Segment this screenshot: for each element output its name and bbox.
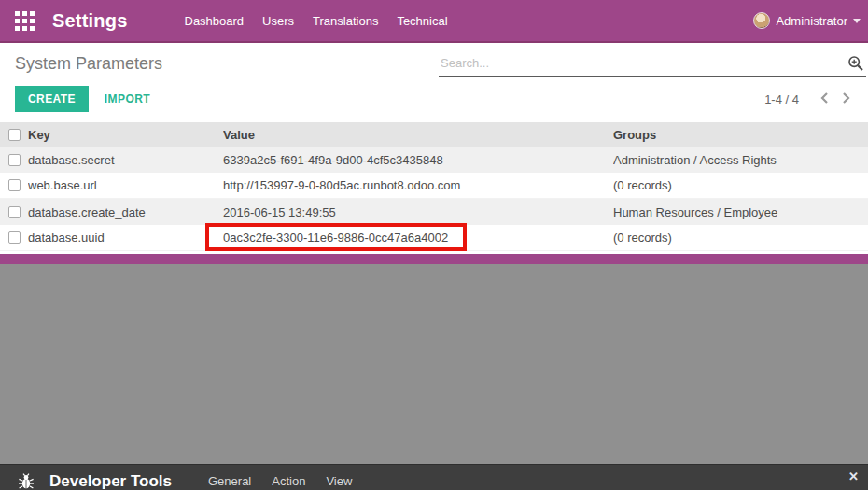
row-groups: (0 records): [613, 178, 868, 192]
chevron-left-icon: [819, 91, 830, 105]
menu-item-users[interactable]: Users: [253, 1, 303, 41]
table-row[interactable]: web.base.url http://153997-9-0-80d5ac.ru…: [0, 173, 868, 199]
apps-menu-icon[interactable]: [15, 11, 35, 31]
user-menu[interactable]: Administrator: [753, 12, 868, 29]
chevron-right-icon: [841, 91, 851, 105]
pager-range: 1-4 / 4: [764, 92, 799, 106]
row-checkbox[interactable]: [8, 206, 21, 218]
brand-strip: [0, 254, 868, 264]
page-title: System Parameters: [15, 54, 162, 74]
row-key: database.uuid: [28, 231, 223, 245]
table-row[interactable]: database.secret 6339a2c5-f691-4f9a-9d00-…: [0, 147, 868, 173]
devtools-menu: General Action View: [198, 467, 362, 490]
row-value: 6339a2c5-f691-4f9a-9d00-4cf5c3435848: [223, 153, 613, 167]
pager: 1-4 / 4: [764, 90, 857, 109]
devtools-menu-action[interactable]: Action: [261, 467, 315, 490]
menu-item-technical[interactable]: Technical: [387, 1, 456, 41]
bug-icon: [17, 472, 35, 490]
devtools-close-icon[interactable]: ✕: [848, 469, 859, 483]
import-button[interactable]: IMPORT: [105, 92, 150, 105]
action-buttons: CREATE IMPORT: [15, 86, 150, 112]
column-header-groups[interactable]: Groups: [613, 128, 868, 142]
row-value: 2016-06-15 13:49:55: [223, 205, 613, 219]
row-groups: Administration / Access Rights: [613, 153, 868, 167]
row-key: web.base.url: [28, 178, 223, 192]
row-value: http://153997-9-0-80d5ac.runbot8.odoo.co…: [223, 178, 613, 192]
pager-previous-button[interactable]: [814, 90, 835, 109]
user-avatar: [753, 12, 770, 29]
devtools-menu-general[interactable]: General: [198, 467, 261, 490]
table-header-row: Key Value Groups: [0, 122, 868, 147]
row-checkbox[interactable]: [8, 154, 21, 166]
row-checkbox[interactable]: [8, 231, 21, 244]
search-input[interactable]: [439, 52, 866, 77]
top-navbar: Settings Dashboard Users Translations Te…: [0, 0, 868, 43]
dimmed-backdrop: [0, 264, 868, 464]
menu-item-dashboard[interactable]: Dashboard: [175, 1, 254, 41]
row-key: database.create_date: [28, 205, 223, 219]
row-groups: Human Resources / Employee: [613, 205, 868, 219]
pager-next-button[interactable]: [835, 90, 857, 109]
menu-item-translations[interactable]: Translations: [303, 1, 387, 41]
select-all-checkbox[interactable]: [8, 129, 21, 141]
row-checkbox[interactable]: [8, 179, 21, 191]
create-button[interactable]: CREATE: [15, 86, 89, 112]
table-row[interactable]: database.create_date 2016-06-15 13:49:55…: [0, 199, 868, 225]
search-bar: [439, 52, 866, 77]
search-zoom-icon[interactable]: [847, 55, 864, 72]
user-name: Administrator: [776, 14, 847, 28]
column-header-key[interactable]: Key: [28, 128, 223, 142]
row-value-uuid: 0ac3c2fe-3300-11e6-9886-0cc47a6a4002: [223, 231, 613, 245]
chevron-down-icon: [853, 19, 861, 23]
system-parameters-table: Key Value Groups database.secret 6339a2c…: [0, 122, 868, 251]
column-header-value[interactable]: Value: [223, 128, 613, 142]
odoo-settings-screen: Settings Dashboard Users Translations Te…: [0, 0, 868, 490]
developer-tools-bar: Developer Tools General Action View ✕: [0, 464, 868, 490]
row-key: database.secret: [28, 153, 223, 167]
table-row[interactable]: database.uuid 0ac3c2fe-3300-11e6-9886-0c…: [0, 225, 868, 251]
top-menu: Dashboard Users Translations Technical: [175, 1, 457, 41]
control-panel: System Parameters CREATE IMPORT 1-4 / 4: [0, 45, 868, 122]
devtools-title: Developer Tools: [49, 472, 172, 490]
devtools-menu-view[interactable]: View: [315, 467, 362, 490]
app-title[interactable]: Settings: [52, 10, 128, 32]
row-groups: (0 records): [613, 231, 868, 245]
